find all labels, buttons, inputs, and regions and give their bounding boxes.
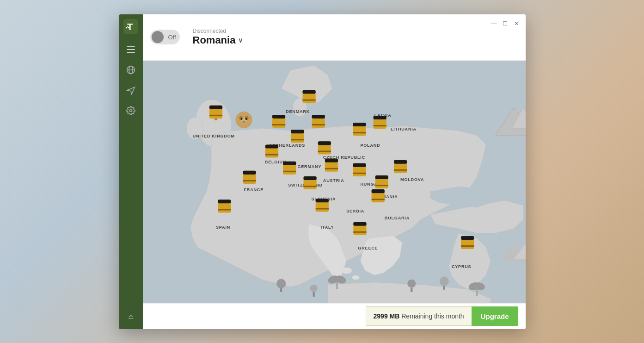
server-pin-cy[interactable] — [461, 236, 474, 249]
title-bar: Off Disconnected Romania ∨ — ☐ ✕ — [143, 14, 526, 61]
svg-rect-64 — [312, 114, 325, 118]
svg-rect-59 — [302, 99, 315, 100]
svg-text:LITHUANIA: LITHUANIA — [390, 127, 416, 131]
data-label: Remaining this month — [401, 312, 464, 320]
upgrade-button[interactable]: Upgrade — [472, 306, 518, 326]
server-pin-pl[interactable] — [353, 123, 366, 136]
server-pin-ch[interactable] — [283, 161, 296, 174]
server-pin-fr[interactable] — [243, 170, 256, 183]
map-area: .land { fill: #d0d0d0; stroke: #b8b8b8; … — [143, 61, 526, 303]
main-content: Off Disconnected Romania ∨ — ☐ ✕ — [143, 14, 526, 329]
server-pin-ro[interactable] — [375, 175, 388, 188]
server-pin-hu[interactable] — [353, 163, 366, 176]
svg-rect-61 — [291, 130, 304, 133]
server-pin-gr[interactable] — [353, 222, 366, 235]
collapse-button[interactable] — [122, 307, 140, 325]
minimize-button[interactable]: — — [491, 20, 498, 27]
svg-point-121 — [243, 121, 245, 123]
svg-rect-83 — [325, 168, 337, 169]
svg-rect-89 — [303, 186, 316, 187]
svg-rect-106 — [353, 222, 366, 225]
server-pin-es[interactable] — [218, 200, 231, 212]
server-pin-it[interactable] — [315, 199, 328, 212]
svg-rect-70 — [373, 115, 386, 119]
svg-text:UNITED KINGDOM: UNITED KINGDOM — [192, 134, 234, 138]
server-pin-si[interactable] — [303, 176, 316, 189]
svg-rect-53 — [215, 118, 217, 120]
svg-rect-74 — [265, 154, 278, 155]
server-pin-special-uk[interactable] — [235, 111, 252, 128]
svg-rect-91 — [353, 163, 366, 167]
svg-rect-56 — [272, 124, 285, 125]
chevron-down-icon: ∨ — [238, 37, 243, 44]
server-pin-dk[interactable] — [302, 90, 315, 103]
server-pin-at[interactable] — [325, 158, 337, 171]
svg-rect-79 — [283, 161, 296, 165]
svg-rect-68 — [353, 132, 366, 133]
svg-text:DENMARK: DENMARK — [286, 109, 310, 113]
svg-rect-86 — [318, 150, 331, 152]
svg-rect-88 — [303, 176, 316, 180]
svg-rect-104 — [371, 199, 384, 200]
svg-rect-107 — [353, 231, 366, 232]
svg-text:ITALY: ITALY — [320, 225, 334, 229]
bottom-bar: 2999 MB Remaining this month Upgrade — [143, 303, 526, 329]
svg-point-118 — [240, 118, 242, 119]
server-pin-uk[interactable] — [209, 105, 222, 120]
server-pin-lt[interactable] — [373, 115, 386, 128]
svg-rect-67 — [353, 123, 366, 126]
server-pin-md[interactable] — [393, 160, 406, 173]
svg-rect-101 — [315, 208, 328, 209]
svg-rect-110 — [218, 209, 231, 210]
sidebar-bottom — [122, 307, 140, 325]
app-window: T — [119, 14, 526, 329]
vpn-toggle[interactable]: Off — [150, 30, 180, 44]
close-button[interactable]: ✕ — [513, 20, 520, 27]
svg-point-5 — [129, 109, 132, 112]
svg-rect-71 — [373, 125, 386, 126]
svg-rect-51 — [209, 105, 222, 109]
server-pin-cz[interactable] — [318, 141, 331, 154]
sidebar-item-settings[interactable] — [122, 101, 140, 120]
server-pin-nl[interactable] — [272, 114, 285, 127]
svg-rect-65 — [312, 124, 325, 125]
svg-rect-92 — [353, 172, 366, 174]
svg-point-119 — [245, 118, 247, 119]
maximize-button[interactable]: ☐ — [502, 20, 509, 27]
svg-text:SPAIN: SPAIN — [216, 225, 230, 229]
toggle-area: Off Disconnected Romania ∨ — [150, 28, 243, 46]
svg-text:BULGARIA: BULGARIA — [384, 215, 409, 220]
svg-text:GREECE: GREECE — [358, 246, 378, 250]
svg-text:FRANCE: FRANCE — [244, 187, 264, 192]
connection-info: Disconnected Romania ∨ — [193, 28, 243, 46]
svg-text:MOLDOVA: MOLDOVA — [400, 177, 424, 181]
sidebar-item-servers[interactable] — [122, 61, 140, 79]
sidebar: T — [119, 14, 143, 329]
svg-rect-95 — [375, 185, 388, 186]
svg-text:POLAND: POLAND — [360, 143, 380, 148]
svg-text:SERBIA: SERBIA — [346, 208, 364, 213]
sidebar-nav — [122, 61, 140, 307]
svg-rect-85 — [318, 141, 331, 145]
svg-rect-77 — [243, 180, 256, 181]
svg-text:GERMANY: GERMANY — [297, 164, 321, 168]
menu-button[interactable] — [123, 42, 139, 57]
country-selector[interactable]: Romania ∨ — [193, 34, 243, 46]
toggle-knob — [152, 31, 164, 43]
svg-rect-55 — [272, 114, 285, 118]
server-pin-de[interactable] — [291, 130, 304, 143]
data-remaining-info: 2999 MB Remaining this month — [366, 306, 472, 326]
svg-rect-52 — [209, 114, 222, 116]
svg-point-13 — [352, 275, 359, 280]
svg-rect-58 — [302, 90, 315, 94]
svg-rect-109 — [218, 200, 231, 203]
connection-status: Disconnected — [193, 28, 243, 34]
server-pin-be[interactable] — [265, 144, 278, 157]
server-pin-nl2[interactable] — [312, 114, 325, 127]
server-pin-bg[interactable] — [371, 189, 384, 202]
window-controls: — ☐ ✕ — [491, 20, 520, 27]
svg-rect-94 — [375, 175, 388, 179]
svg-rect-97 — [393, 160, 406, 163]
app-logo: T — [123, 18, 139, 35]
sidebar-item-notifications[interactable] — [122, 81, 140, 100]
